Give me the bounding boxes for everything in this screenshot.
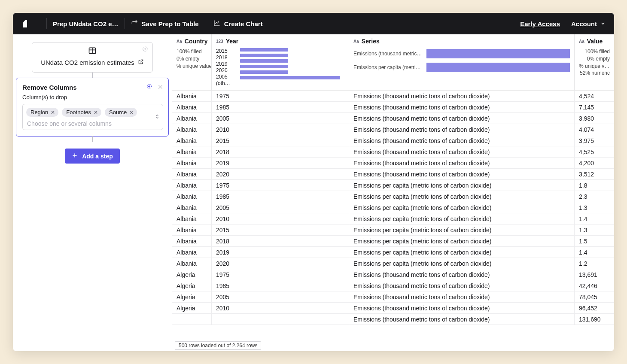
cell-value: 2.3 [575, 191, 614, 202]
cell-value: 1.5 [575, 236, 614, 246]
chip-remove-icon[interactable]: ✕ [51, 109, 55, 115]
year-hist-label: (oth… [216, 80, 236, 87]
cell-year: 2005 [212, 113, 349, 124]
column-name: Year [226, 38, 239, 45]
type-number-icon: 123 [216, 39, 223, 44]
cell-series: Emissions per capita (metric tons of car… [349, 180, 575, 191]
table-row[interactable]: Albania2015Emissions per capita (metric … [172, 224, 614, 236]
column-stat: 0% empty [177, 55, 212, 63]
table-icon [88, 46, 97, 57]
series-hist-bar [426, 63, 570, 72]
table-row[interactable]: Albania2019Emissions (thousand metric to… [172, 158, 614, 169]
table-row[interactable]: Albania1985Emissions (thousand metric to… [172, 102, 614, 113]
chip-remove-icon[interactable]: ✕ [94, 109, 98, 115]
table-row[interactable]: Albania1975Emissions per capita (metric … [172, 180, 614, 191]
cell-series: Emissions per capita (metric tons of car… [349, 191, 575, 202]
cell-year: 1975 [212, 180, 349, 191]
cell-series: Emissions (thousand metric tons of carbo… [349, 169, 575, 179]
save-prep-button[interactable]: Save Prep to Table [131, 20, 199, 28]
table-row[interactable]: Albania2010Emissions per capita (metric … [172, 213, 614, 224]
close-icon[interactable] [158, 84, 163, 91]
cell-value: 1.8 [575, 180, 614, 191]
chip-source[interactable]: Source✕ [105, 108, 137, 117]
cell-series: Emissions (thousand metric tons of carbo… [349, 158, 575, 168]
series-hist-label: Emissions per capita (metric t… [353, 64, 422, 70]
cell-country: Albania [172, 146, 212, 157]
cell-value: 96,452 [575, 303, 614, 313]
cell-year: 2015 [212, 224, 349, 235]
pipeline-connector [92, 136, 93, 142]
chip-footnotes[interactable]: Footnotes✕ [62, 108, 101, 117]
cell-country: Albania [172, 124, 212, 135]
cell-value: 4,524 [575, 91, 614, 101]
target-icon[interactable] [146, 83, 152, 91]
table-row[interactable]: Albania2020Emissions (thousand metric to… [172, 169, 614, 180]
table-row[interactable]: Albania2015Emissions (thousand metric to… [172, 135, 614, 146]
table-row[interactable]: Algeria2010Emissions (thousand metric to… [172, 303, 614, 314]
column-header-value[interactable]: AaValue 100% filled0% empty% unique valu… [575, 34, 614, 90]
cell-country: Albania [172, 224, 212, 235]
step-title: Remove Columns [22, 84, 77, 91]
chip-label: Footnotes [66, 109, 91, 115]
cell-value: 1.3 [575, 202, 614, 213]
plus-icon [72, 152, 78, 160]
chevron-down-icon [600, 20, 606, 27]
cell-value: 4,200 [575, 158, 614, 168]
early-access-link[interactable]: Early Access [520, 20, 560, 27]
cell-series: Emissions per capita (metric tons of car… [349, 202, 575, 213]
cell-series: Emissions (thousand metric tons of carbo… [349, 291, 575, 302]
cell-value: 3,512 [575, 169, 614, 179]
table-row[interactable]: Algeria1985Emissions (thousand metric to… [172, 280, 614, 291]
column-header-country[interactable]: AaCountry 100% filled0% empty% unique va… [172, 34, 212, 90]
source-name: UNdata CO2 emission estimates [41, 59, 134, 66]
table-row[interactable]: Albania2010Emissions (thousand metric to… [172, 124, 614, 135]
table-row[interactable]: Algeria1975Emissions (thousand metric to… [172, 269, 614, 280]
create-chart-label: Create Chart [224, 20, 263, 27]
source-card[interactable]: UNdata CO2 emission estimates [32, 42, 153, 73]
external-link-icon[interactable] [138, 59, 144, 66]
cell-value: 3,975 [575, 135, 614, 146]
app-logo[interactable] [21, 18, 33, 29]
cell-year: 2010 [212, 124, 349, 135]
table-row[interactable]: Emissions (thousand metric tons of carbo… [172, 314, 614, 325]
remove-columns-step[interactable]: Remove Columns Column(s) to drop Region✕… [16, 78, 169, 136]
table-row[interactable]: Albania1975Emissions (thousand metric to… [172, 91, 614, 102]
table-row[interactable]: Albania2020Emissions per capita (metric … [172, 258, 614, 269]
columns-select[interactable]: Region✕Footnotes✕Source✕ Choose one or s… [22, 104, 163, 130]
column-name: Series [362, 38, 380, 45]
cell-year: 2020 [212, 258, 349, 269]
cell-value: 1.2 [575, 258, 614, 269]
cell-year: 1985 [212, 191, 349, 202]
chip-remove-icon[interactable]: ✕ [129, 109, 134, 115]
cell-value: 7,145 [575, 102, 614, 112]
table-row[interactable]: Albania2005Emissions (thousand metric to… [172, 113, 614, 124]
add-node-icon[interactable] [142, 46, 148, 54]
chip-label: Region [30, 109, 48, 115]
page-title: Prep UNdata CO2 e… [53, 20, 119, 27]
cell-country: Albania [172, 191, 212, 202]
chip-region[interactable]: Region✕ [26, 108, 58, 117]
table-row[interactable]: Albania2019Emissions per capita (metric … [172, 247, 614, 258]
add-step-button[interactable]: Add a step [65, 149, 120, 164]
pipeline-connector [92, 72, 93, 78]
cell-country: Albania [172, 113, 212, 124]
create-chart-button[interactable]: Create Chart [213, 20, 263, 28]
account-menu[interactable]: Account [571, 20, 606, 27]
cell-country: Albania [172, 102, 212, 112]
cell-year: 2010 [212, 213, 349, 224]
table-row[interactable]: Algeria2005Emissions (thousand metric to… [172, 291, 614, 303]
column-header-year[interactable]: 123Year 20152018201920202005(oth… [212, 34, 349, 90]
column-name: Country [185, 38, 208, 45]
cell-country: Algeria [172, 280, 212, 291]
column-stat: 52% numeric [579, 70, 610, 77]
column-header-series[interactable]: AaSeries Emissions (thousand metric to…E… [349, 34, 575, 90]
table-row[interactable]: Albania1985Emissions per capita (metric … [172, 191, 614, 202]
cell-country: Albania [172, 158, 212, 168]
column-stat: 0% empty [579, 55, 610, 63]
table-row[interactable]: Albania2018Emissions per capita (metric … [172, 236, 614, 247]
cell-series: Emissions (thousand metric tons of carbo… [349, 146, 575, 157]
cell-country: Albania [172, 236, 212, 246]
cell-series: Emissions per capita (metric tons of car… [349, 236, 575, 246]
table-row[interactable]: Albania2005Emissions per capita (metric … [172, 202, 614, 213]
table-row[interactable]: Albania2018Emissions (thousand metric to… [172, 146, 614, 158]
